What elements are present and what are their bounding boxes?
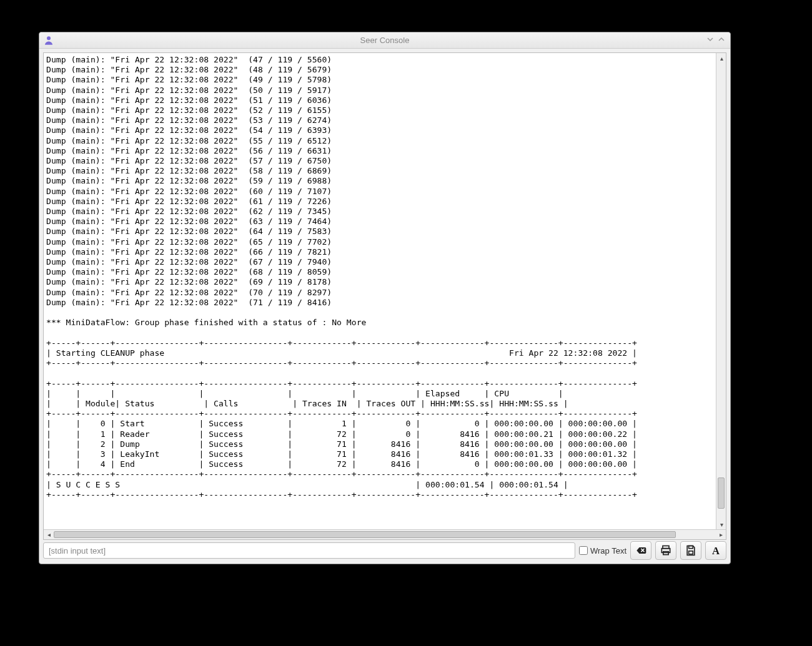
vertical-scroll-thumb[interactable] — [718, 477, 725, 509]
svg-text:A: A — [712, 545, 720, 557]
horizontal-scroll-thumb[interactable] — [54, 531, 676, 538]
window-title: Seer Console — [39, 36, 730, 45]
wrap-text-checkbox[interactable]: Wrap Text — [579, 546, 626, 555]
wrap-text-checkbox-input[interactable] — [579, 546, 588, 555]
stdin-input[interactable] — [43, 542, 575, 559]
font-button[interactable]: A — [705, 541, 726, 560]
bottom-toolbar: Wrap Text A — [39, 541, 730, 564]
clear-button[interactable] — [630, 541, 651, 560]
scroll-right-icon[interactable]: ▸ — [716, 530, 726, 540]
seer-console-window: Seer Console Dump (main): "Fri Apr 22 12… — [39, 32, 731, 564]
app-icon — [43, 35, 54, 46]
svg-rect-4 — [689, 546, 693, 549]
scroll-down-icon[interactable]: ▾ — [716, 519, 726, 529]
save-button[interactable] — [680, 541, 701, 560]
titlebar[interactable]: Seer Console — [39, 32, 730, 49]
titlebar-controls — [706, 36, 730, 45]
minimize-icon[interactable] — [706, 36, 714, 45]
maximize-icon[interactable] — [718, 36, 725, 45]
svg-rect-5 — [689, 551, 693, 554]
svg-rect-3 — [663, 552, 668, 555]
console-area: Dump (main): "Fri Apr 22 12:32:08 2022" … — [43, 52, 726, 540]
wrap-text-label: Wrap Text — [590, 546, 626, 555]
scroll-left-icon[interactable]: ◂ — [44, 530, 54, 540]
scroll-up-icon[interactable]: ▴ — [716, 53, 726, 63]
print-button[interactable] — [655, 541, 676, 560]
vertical-scrollbar[interactable]: ▴ ▾ — [716, 53, 726, 529]
svg-point-0 — [47, 36, 51, 40]
console-output[interactable]: Dump (main): "Fri Apr 22 12:32:08 2022" … — [44, 53, 716, 529]
horizontal-scrollbar[interactable]: ◂ ▸ — [44, 529, 726, 539]
